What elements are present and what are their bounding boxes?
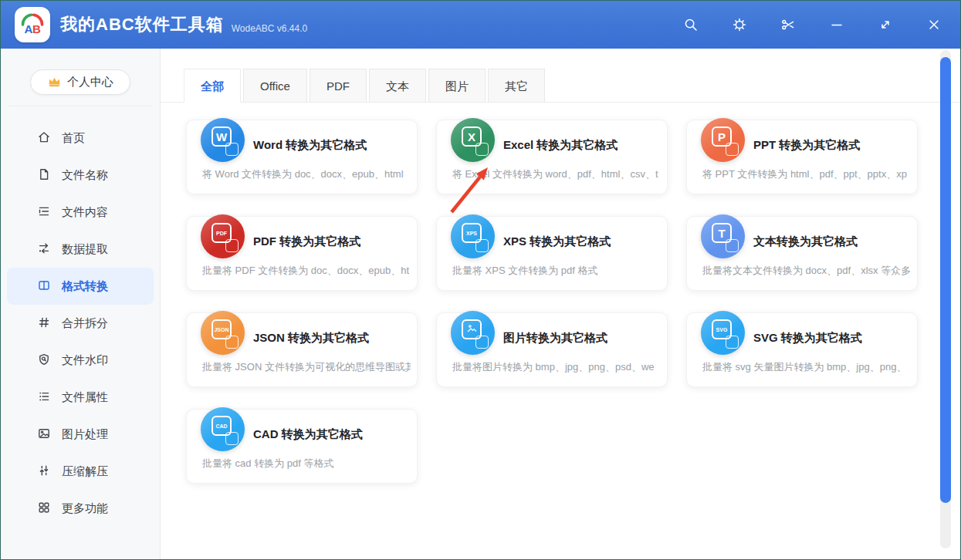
app-window: A B 我的ABC软件工具箱 WodeABC v6.44.0 (0, 0, 961, 560)
card-title: Excel 转换为其它格式 (503, 138, 618, 153)
file-content-icon (37, 204, 51, 221)
card-pdf-convert[interactable]: PDF PDF 转换为其它格式 批量将 PDF 文件转换为 doc、docx、e… (186, 216, 418, 291)
card-svg-convert[interactable]: SVG SVG 转换为其它格式 批量将 svg 矢量图片转换为 bmp、jpg、… (686, 312, 918, 387)
card-title: JSON 转换为其它格式 (253, 331, 369, 346)
card-title: 文本转换为其它格式 (753, 234, 858, 249)
card-text-convert[interactable]: T 文本转换为其它格式 批量将文本文件转换为 docx、pdf、xlsx 等众多 (686, 216, 918, 291)
card-json-convert[interactable]: JSON JSON 转换为其它格式 批量将 JSON 文件转换为可视化的思维导图… (186, 312, 418, 387)
sidebar-item-label: 文件水印 (62, 353, 108, 368)
crown-icon (47, 76, 62, 89)
card-description: 批量将文本文件转换为 docx、pdf、xlsx 等众多 (702, 264, 911, 278)
sidebar-item-home[interactable]: 首页 (7, 120, 154, 157)
xps-convert-icon: XPS (451, 214, 495, 258)
sidebar-item-label: 压缩解压 (62, 464, 108, 479)
app-title: 我的ABC软件工具箱 (60, 13, 224, 36)
card-xps-convert[interactable]: XPS XPS 转换为其它格式 批量将 XPS 文件转换为 pdf 格式 (436, 216, 668, 291)
card-title: PPT 转换为其它格式 (753, 138, 860, 153)
content-area: 全部 Office PDF 文本 图片 其它 W Word 转换为其它格式 将 … (161, 49, 960, 559)
tab-office[interactable]: Office (243, 69, 307, 102)
sidebar-item-file-properties[interactable]: 文件属性 (7, 379, 154, 416)
pdf-convert-icon: PDF (201, 214, 245, 258)
minimize-button[interactable] (828, 16, 845, 33)
card-description: 批量将 cad 转换为 pdf 等格式 (202, 457, 411, 471)
gear-icon (732, 17, 747, 32)
feature-card-grid: W Word 转换为其它格式 将 Word 文件转换为 doc、docx、epu… (186, 120, 960, 484)
sidebar-nav: 首页 文件名称 文件内容 数据提取 格式转换 (1, 120, 160, 527)
screenshot-button[interactable] (780, 16, 797, 33)
app-logo: A B (15, 7, 50, 42)
word-convert-icon: W (201, 118, 245, 162)
merge-split-icon (37, 315, 51, 332)
sidebar-item-image-process[interactable]: 图片处理 (7, 416, 154, 453)
app-logo-icon: A B (19, 11, 46, 39)
image-badge-icon (466, 322, 478, 337)
sidebar-item-label: 更多功能 (62, 501, 108, 516)
search-button[interactable] (682, 16, 699, 33)
close-button[interactable] (925, 16, 942, 33)
compress-icon (37, 464, 51, 480)
file-name-icon (37, 167, 51, 184)
card-word-convert[interactable]: W Word 转换为其它格式 将 Word 文件转换为 doc、docx、epu… (186, 120, 418, 194)
tab-pdf[interactable]: PDF (310, 69, 367, 102)
scissors-icon (780, 17, 796, 32)
titlebar-actions (682, 16, 942, 33)
cad-convert-icon: CAD (201, 407, 245, 451)
card-description: 批量将 JSON 文件转换为可视化的思维导图或其 (202, 360, 411, 374)
profile-center-label: 个人中心 (67, 75, 113, 89)
image-convert-icon (451, 311, 495, 355)
profile-center-button[interactable]: 个人中心 (30, 69, 130, 95)
tab-text[interactable]: 文本 (369, 69, 426, 102)
scrollbar-thumb[interactable] (940, 57, 951, 503)
sidebar-item-file-watermark[interactable]: 文件水印 (7, 342, 154, 379)
sidebar-item-file-content[interactable]: 文件内容 (7, 194, 154, 231)
card-title: CAD 转换为其它格式 (253, 427, 363, 442)
resize-icon (878, 17, 893, 32)
sidebar-item-compress[interactable]: 压缩解压 (7, 453, 154, 490)
sidebar-item-more-features[interactable]: 更多功能 (7, 490, 154, 527)
text-convert-icon: T (701, 214, 745, 258)
watermark-icon (37, 353, 51, 369)
sidebar-item-label: 首页 (62, 131, 85, 146)
app-version: WodeABC v6.44.0 (232, 23, 308, 34)
sidebar-divider (8, 106, 152, 106)
category-tabs: 全部 Office PDF 文本 图片 其它 (161, 69, 960, 103)
image-process-icon (37, 427, 51, 443)
card-ppt-convert[interactable]: P PPT 转换为其它格式 将 PPT 文件转换为 html、pdf、ppt、p… (686, 120, 918, 194)
svg-convert-icon: SVG (701, 311, 745, 355)
card-description: 将 Word 文件转换为 doc、docx、epub、html (202, 167, 411, 181)
card-image-convert[interactable]: 图片转换为其它格式 批量将图片转换为 bmp、jpg、png、psd、we (436, 312, 668, 387)
sidebar-item-label: 数据提取 (62, 242, 108, 257)
tab-image[interactable]: 图片 (428, 69, 486, 102)
scrollbar-track[interactable] (940, 50, 951, 548)
card-title: PDF 转换为其它格式 (253, 234, 360, 249)
sidebar-item-label: 文件名称 (62, 168, 108, 183)
card-title: 图片转换为其它格式 (503, 331, 607, 346)
json-convert-icon: JSON (201, 311, 245, 355)
resize-button[interactable] (877, 16, 894, 33)
card-title: Word 转换为其它格式 (253, 138, 367, 153)
card-excel-convert[interactable]: X Excel 转换为其它格式 将 Excel 文件转换为 word、pdf、h… (436, 120, 668, 194)
svg-text:A: A (25, 22, 33, 35)
excel-convert-icon: X (451, 118, 495, 162)
sidebar-item-file-name[interactable]: 文件名称 (7, 157, 154, 194)
tab-other[interactable]: 其它 (488, 69, 545, 102)
card-description: 批量将 XPS 文件转换为 pdf 格式 (452, 264, 661, 278)
data-extract-icon (37, 241, 51, 258)
card-cad-convert[interactable]: CAD CAD 转换为其它格式 批量将 cad 转换为 pdf 等格式 (186, 409, 418, 484)
settings-button[interactable] (731, 16, 748, 33)
card-title: XPS 转换为其它格式 (503, 234, 611, 249)
tab-all[interactable]: 全部 (184, 69, 241, 103)
format-convert-icon (37, 278, 51, 295)
svg-text:B: B (32, 22, 41, 35)
sidebar-item-label: 文件内容 (62, 205, 108, 220)
minimize-icon (829, 17, 844, 32)
card-description: 批量将 svg 矢量图片转换为 bmp、jpg、png、 (702, 360, 911, 374)
sidebar-item-merge-split[interactable]: 合并拆分 (7, 305, 154, 342)
sidebar-item-data-extract[interactable]: 数据提取 (7, 231, 154, 268)
card-title: SVG 转换为其它格式 (753, 331, 862, 346)
sidebar-item-label: 格式转换 (62, 279, 108, 294)
sidebar: 个人中心 首页 文件名称 文件内容 数据提取 (1, 49, 161, 559)
more-features-icon (37, 501, 51, 517)
sidebar-item-format-convert[interactable]: 格式转换 (7, 268, 154, 305)
titlebar: A B 我的ABC软件工具箱 WodeABC v6.44.0 (1, 1, 960, 49)
